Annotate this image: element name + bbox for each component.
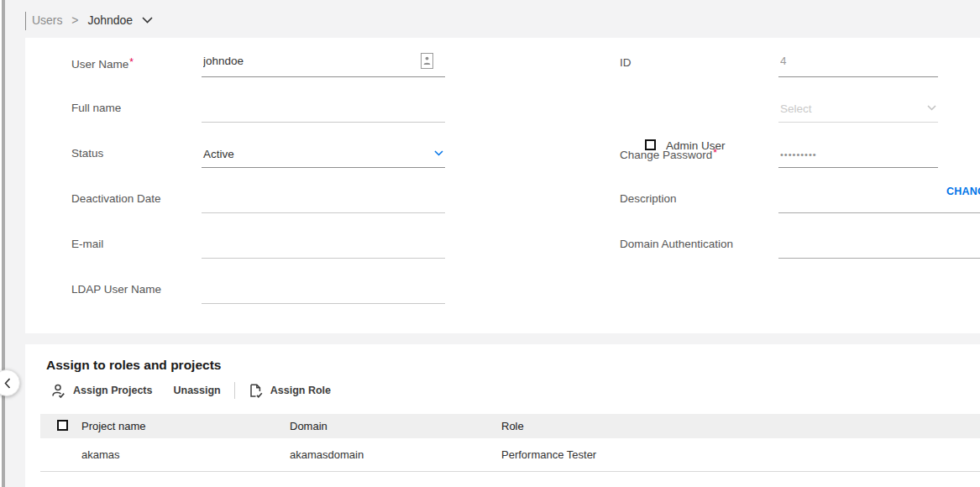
ldap-user-name-row: LDAP User Name	[71, 275, 445, 304]
breadcrumb-separator: >	[71, 13, 78, 27]
unassign-label: Unassign	[173, 385, 220, 396]
change-password-row: Change Password* •••••••••	[620, 139, 938, 168]
table-header: Project name Domain Role	[40, 414, 980, 438]
domain-authentication-row: Domain Authentication	[620, 230, 980, 259]
deactivation-date-input[interactable]	[202, 186, 445, 212]
user-name-row: User Name*	[71, 49, 445, 77]
required-marker: *	[129, 56, 134, 68]
full-name-input[interactable]	[202, 96, 445, 122]
description-label: Description	[620, 192, 677, 205]
user-name-label: User Name*	[71, 56, 134, 71]
chevron-down-icon[interactable]	[142, 9, 153, 29]
cell-domain: akamasdomain	[290, 448, 364, 461]
description-row: Description	[620, 185, 980, 213]
password-field: •••••••••	[778, 141, 938, 168]
status-value: Active	[203, 148, 234, 160]
assign-role-label: Assign Role	[270, 385, 331, 396]
change-password-label: Change Password*	[620, 147, 717, 161]
cell-role: Performance Tester	[501, 448, 596, 461]
breadcrumb: Users > Johndoe	[25, 9, 153, 29]
admin-user-select-placeholder: Select	[780, 102, 812, 115]
text-cursor	[25, 12, 26, 30]
breadcrumb-current-user[interactable]: Johndoe	[87, 13, 133, 27]
assign-person-icon	[51, 384, 66, 398]
description-input[interactable]	[778, 186, 980, 212]
user-name-input[interactable]	[202, 50, 445, 76]
deactivation-date-row: Deactivation Date	[71, 185, 445, 213]
email-input[interactable]	[202, 232, 445, 258]
column-header-project-name[interactable]: Project name	[81, 420, 146, 432]
id-label: ID	[620, 56, 631, 69]
user-badge-icon	[421, 53, 433, 69]
cell-project-name: akamas	[81, 448, 120, 461]
ldap-user-name-label: LDAP User Name	[71, 283, 161, 296]
domain-authentication-label: Domain Authentication	[620, 238, 733, 250]
select-all-checkbox[interactable]	[57, 420, 68, 431]
id-input	[778, 50, 938, 76]
column-header-domain[interactable]: Domain	[290, 420, 328, 432]
collapse-panel-button[interactable]	[0, 369, 20, 396]
assign-projects-label: Assign Projects	[73, 385, 152, 396]
chevron-down-icon	[927, 99, 936, 114]
required-marker: *	[713, 147, 717, 159]
assign-role-button[interactable]: Assign Role	[249, 384, 331, 398]
assignments-title: Assign to roles and projects	[46, 358, 221, 373]
assign-document-icon	[249, 384, 263, 398]
status-row: Status Active	[71, 139, 445, 168]
email-row: E-mail	[71, 230, 445, 259]
full-name-label: Full name	[71, 102, 121, 114]
admin-user-select[interactable]: Select	[778, 96, 938, 123]
admin-user-row: Select	[620, 94, 938, 123]
chevron-down-icon	[434, 144, 443, 160]
full-name-row: Full name	[71, 94, 445, 123]
toolbar-divider	[234, 382, 235, 399]
unassign-button[interactable]: Unassign	[173, 385, 220, 396]
domain-authentication-input[interactable]	[778, 232, 980, 258]
deactivation-date-label: Deactivation Date	[71, 192, 161, 205]
assign-projects-button[interactable]: Assign Projects	[51, 384, 152, 398]
table-row[interactable]: akamas akamasdomain Performance Tester	[40, 438, 980, 472]
status-select[interactable]: Active	[202, 141, 445, 168]
assignments-toolbar: Assign Projects Unassign Assign Role	[51, 380, 331, 401]
assignments-card: Assign to roles and projects Assign Proj…	[25, 344, 980, 487]
left-panel-edge	[2, 0, 5, 487]
status-label: Status	[71, 147, 103, 160]
id-row: ID	[620, 49, 938, 77]
password-masked-value: •••••••••	[780, 149, 817, 160]
column-header-role[interactable]: Role	[501, 420, 524, 432]
ldap-user-name-input[interactable]	[202, 277, 445, 303]
breadcrumb-users-link[interactable]: Users	[32, 13, 63, 27]
user-details-card: User Name* Full name Status Active Deact…	[25, 38, 980, 333]
email-label: E-mail	[71, 238, 103, 250]
